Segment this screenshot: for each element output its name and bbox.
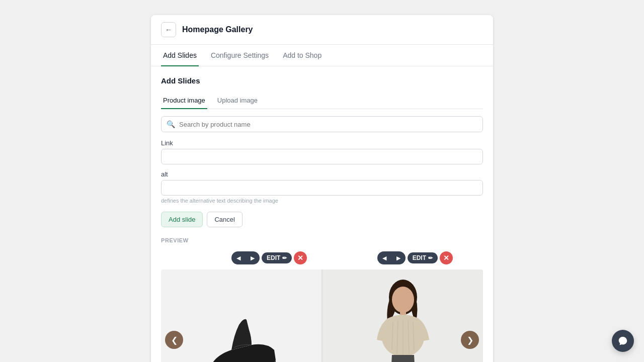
edit-label-2: EDIT (413, 254, 426, 261)
link-input[interactable] (161, 149, 483, 164)
slide1-next-arrow[interactable]: ▶ (246, 251, 260, 264)
preview-section: PREVIEW ◀ ▶ EDIT ✏ ✕ (161, 237, 483, 362)
slide1-prev-arrow[interactable]: ◀ (231, 251, 246, 264)
chat-bubble[interactable] (612, 330, 634, 352)
back-button[interactable]: ← (161, 22, 176, 37)
action-buttons: Add slide Cancel (161, 212, 483, 227)
tab-add-slides[interactable]: Add Slides (161, 45, 199, 66)
alt-label: alt (161, 170, 483, 178)
slide2-nav-arrows: ◀ ▶ (377, 251, 406, 264)
slide1-nav-arrows: ◀ ▶ (231, 251, 260, 264)
tab-configure-settings[interactable]: Configure Settings (209, 45, 271, 66)
link-field-group: Link (161, 139, 483, 164)
slide1-delete-button[interactable]: ✕ (294, 251, 307, 264)
gallery-next-button[interactable]: ❯ (461, 331, 479, 349)
slide2-next-arrow[interactable]: ▶ (391, 251, 406, 264)
edit-icon: ✏ (282, 255, 287, 261)
add-slide-button[interactable]: Add slide (161, 212, 203, 227)
link-label: Link (161, 139, 483, 147)
slide2-prev-arrow[interactable]: ◀ (377, 251, 391, 264)
section-title: Add Slides (161, 76, 483, 85)
tab-add-to-shop[interactable]: Add to Shop (281, 45, 324, 66)
search-box: 🔍 (161, 116, 483, 132)
slide2-edit-button[interactable]: EDIT ✏ (408, 252, 438, 263)
main-tabs: Add Slides Configure Settings Add to Sho… (151, 45, 493, 66)
alt-field-group: alt defines the alternative text describ… (161, 170, 483, 204)
content-area: Add Slides Product image Upload image 🔍 … (151, 66, 493, 362)
edit-icon-2: ✏ (428, 255, 433, 261)
svg-point-2 (392, 287, 414, 313)
alt-input[interactable] (161, 180, 483, 196)
page-title: Homepage Gallery (182, 25, 253, 34)
slide-1 (161, 269, 321, 362)
sub-tab-upload-image[interactable]: Upload image (215, 93, 260, 109)
slide1-edit-button[interactable]: EDIT ✏ (262, 252, 292, 263)
alt-hint: defines the alternative text describing … (161, 198, 483, 204)
chat-icon (617, 335, 628, 346)
edit-label: EDIT (267, 254, 280, 261)
search-icon: 🔍 (167, 120, 175, 128)
model-image (358, 269, 448, 362)
shoe-image (201, 290, 282, 362)
slide-2 (323, 269, 483, 362)
sub-tab-product-image[interactable]: Product image (161, 93, 207, 109)
preview-label: PREVIEW (161, 237, 483, 243)
cancel-button[interactable]: Cancel (207, 212, 242, 227)
slide2-delete-button[interactable]: ✕ (440, 251, 453, 264)
search-input[interactable] (179, 121, 477, 128)
gallery-prev-button[interactable]: ❮ (165, 331, 183, 349)
page-header: ← Homepage Gallery (151, 15, 493, 45)
sub-tabs: Product image Upload image (161, 92, 483, 109)
back-icon: ← (165, 26, 172, 34)
